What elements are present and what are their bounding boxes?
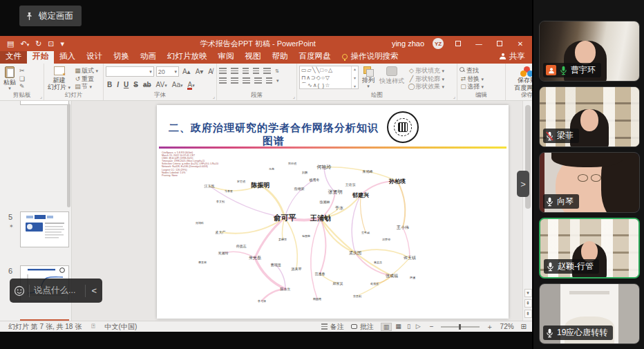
paste-button[interactable]: 粘贴▾ [2, 66, 17, 92]
clipboard-dialog-launcher-icon[interactable]: ⌟ [40, 94, 42, 100]
grow-font-icon[interactable]: A▴ [181, 66, 192, 77]
qat-customize-icon[interactable]: ▾ [61, 40, 65, 48]
fit-to-window-icon[interactable]: ⊞ [521, 323, 527, 330]
font-name-combo[interactable]: ▾ [106, 66, 154, 77]
tell-me-box[interactable]: 操作说明搜索 [337, 50, 404, 64]
increase-indent-icon[interactable] [253, 68, 259, 74]
paragraph-dialog-launcher-icon[interactable]: ⌟ [293, 94, 295, 100]
drawing-dialog-launcher-icon[interactable]: ⌟ [453, 94, 455, 100]
zoom-out-icon[interactable]: − [430, 323, 434, 330]
lock-view-button[interactable]: 锁定画面 [19, 6, 82, 26]
ribbon-tab-3[interactable]: 设计 [81, 50, 108, 64]
previous-slide-button[interactable]: ⇞ [524, 299, 532, 308]
start-slideshow-icon[interactable]: ⊡ [48, 40, 54, 48]
slide-canvas[interactable]: 二、政府治理研究的学者合作网络分析知识图谱 CiteSpace, v. 5.8.… [157, 105, 509, 319]
ribbon-tab-6[interactable]: 幻灯片放映 [162, 50, 213, 64]
next-slide-button[interactable]: ⇟ [524, 310, 532, 318]
notes-toggle[interactable]: 备注 [321, 322, 344, 332]
participant-tile[interactable]: 梁菲 [539, 86, 640, 147]
ribbon-tab-5[interactable]: 动画 [135, 50, 162, 64]
shapes-gallery[interactable]: ▭▱╲╲□○△⊓∧⊃◇○▽⌒∿∧{ }☆ ▴▾▾ [299, 66, 359, 89]
numbering-icon[interactable] [231, 68, 238, 74]
italic-button[interactable]: I [115, 79, 120, 90]
decrease-indent-icon[interactable] [243, 68, 249, 74]
font-color-button[interactable]: A▾ [186, 79, 196, 91]
emoji-icon[interactable] [14, 285, 25, 296]
font-size-combo[interactable]: 20▾ [156, 66, 179, 77]
new-slide-button[interactable]: 新建 幻灯片 ▾ [46, 66, 72, 92]
account-name[interactable]: ying zhao [392, 39, 424, 48]
find-button[interactable]: 查找 [460, 67, 484, 75]
chat-input-bar[interactable]: 说点什么... < [10, 279, 102, 303]
reading-view-icon[interactable]: ▯ [405, 323, 413, 331]
participant-tile[interactable]: 赵颖-行管 [539, 218, 640, 279]
shape-fill-button[interactable]: ◇形状填充 ▾ [408, 67, 444, 75]
character-spacing-button[interactable]: AV▾ [155, 79, 169, 91]
convert-smartart-icon[interactable]: ▾ [276, 78, 279, 84]
minimize-button[interactable]: — [473, 40, 485, 48]
close-button[interactable]: ✕ [514, 40, 527, 48]
align-center-icon[interactable] [231, 77, 238, 84]
slide-4-thumbnail-partial[interactable] [20, 101, 69, 105]
participant-tile[interactable]: 曹宇环 [539, 21, 640, 82]
slide-5-thumbnail[interactable] [20, 211, 69, 247]
columns-icon[interactable] [266, 77, 272, 84]
change-case-button[interactable]: Aa▾ [171, 79, 184, 91]
cut-button[interactable]: ✂ [19, 67, 25, 75]
shape-effects-button[interactable]: ◯形状效果 ▾ [408, 83, 444, 91]
ribbon-tab-8[interactable]: 视图 [240, 50, 267, 64]
ribbon-display-options-icon[interactable] [452, 40, 464, 48]
copy-button[interactable]: ❏ [19, 75, 25, 83]
restore-button[interactable] [493, 40, 506, 48]
line-spacing-icon[interactable] [263, 68, 271, 74]
undo-icon[interactable]: ↶▾ [20, 40, 29, 48]
ribbon-tab-10[interactable]: 百度网盘 [294, 50, 337, 64]
underline-button[interactable]: U [122, 79, 130, 90]
bullets-icon[interactable] [219, 68, 227, 74]
select-button[interactable]: ▢选择 ▾ [460, 83, 484, 91]
participant-tile[interactable]: 向琴 [539, 152, 640, 213]
normal-view-icon[interactable]: ▥ [381, 323, 392, 331]
slide-sorter-view-icon[interactable]: ▦ [393, 323, 404, 331]
clear-formatting-icon[interactable]: A̸ [207, 66, 214, 77]
scroll-down-icon[interactable]: ▾ [524, 289, 532, 297]
section-button[interactable]: ▤节 ▾ [74, 83, 98, 91]
ribbon-tab-7[interactable]: 审阅 [213, 50, 240, 64]
zoom-slider-knob[interactable] [459, 324, 461, 330]
slide-number-indicator[interactable]: 幻灯片 第 7 张, 共 18 张 [8, 322, 82, 332]
arrange-button[interactable]: 排列▾ [361, 66, 376, 92]
redo-icon[interactable]: ↻ [35, 40, 41, 48]
format-painter-button[interactable]: ✎ [19, 83, 25, 91]
text-shadow-button[interactable]: ab [142, 79, 153, 90]
zoom-in-icon[interactable]: ＋ [486, 322, 493, 332]
chat-collapse-button[interactable]: < [90, 285, 98, 296]
shrink-font-icon[interactable]: A▾ [194, 66, 205, 77]
replace-button[interactable]: ⇄替换 ▾ [460, 75, 484, 83]
text-direction-icon[interactable]: ⇅ [275, 68, 279, 74]
shape-outline-button[interactable]: ╱形状轮廓 ▾ [408, 75, 444, 83]
align-left-icon[interactable] [219, 77, 227, 84]
comments-toggle[interactable]: 批注 [351, 322, 374, 332]
zoom-level[interactable]: 72% [500, 323, 514, 330]
justify-icon[interactable] [254, 77, 262, 84]
save-icon[interactable]: ▤ [7, 40, 14, 48]
slide-7-thumbnail[interactable] [20, 319, 69, 321]
shapes-gallery-scroll[interactable]: ▴▾▾ [351, 66, 358, 88]
thumbnail-scrollbar[interactable] [67, 104, 70, 207]
strikethrough-button[interactable]: S [132, 79, 140, 90]
font-dialog-launcher-icon[interactable]: ⌟ [213, 94, 215, 100]
ribbon-tab-9[interactable]: 帮助 [267, 50, 294, 64]
reset-button[interactable]: ↺重置 [74, 75, 98, 83]
editor-scrollbar[interactable]: ▾ ⇞ ⇟ [522, 101, 532, 321]
ribbon-tab-2[interactable]: 插入 [54, 50, 81, 64]
ribbon-tab-4[interactable]: 切换 [108, 50, 135, 64]
language-indicator[interactable]: 中文(中国) [105, 322, 138, 332]
layout-button[interactable]: ▦版式 ▾ [74, 67, 98, 75]
align-right-icon[interactable] [243, 77, 250, 84]
slideshow-view-icon[interactable]: ▷ [414, 323, 423, 331]
bold-button[interactable]: B [106, 79, 113, 90]
sidebar-toggle-button[interactable]: > [517, 171, 529, 197]
zoom-slider[interactable] [441, 326, 480, 328]
chat-placeholder[interactable]: 说点什么... [34, 285, 75, 296]
spellcheck-icon[interactable]: ⍰ [91, 323, 95, 330]
